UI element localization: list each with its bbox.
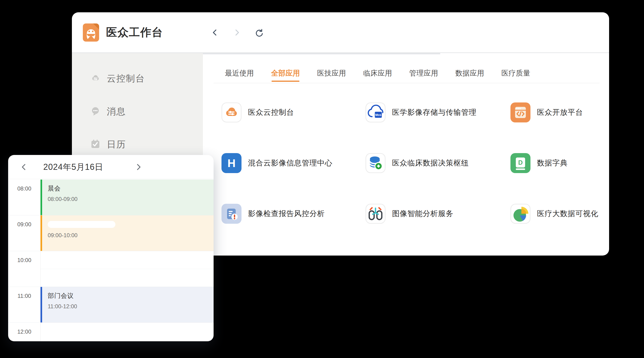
hour-label: 11:00 (8, 293, 40, 299)
tab-4[interactable]: 临床应用 (363, 68, 392, 78)
app-label: 医疗大数据可视化 (537, 204, 598, 224)
h-letter-tile: H (222, 153, 242, 173)
dictionary-book-tile: D (510, 153, 530, 173)
svg-text:D: D (518, 159, 523, 166)
app-item-5[interactable]: 医众临床数据决策枢纽 (366, 153, 510, 204)
app-item-1[interactable]: 医众云控制台 (222, 102, 366, 153)
sidebar-item-3[interactable]: 日历 (90, 137, 126, 152)
tab-7[interactable]: 医疗质量 (502, 68, 530, 78)
tab-6[interactable]: 数据应用 (455, 68, 484, 78)
app-item-2[interactable]: Mos 医学影像存储与传输管理 (366, 102, 510, 153)
tab-2-active[interactable]: 全部应用 (271, 68, 300, 78)
calendar-event-1[interactable]: 晨会08:00-09:00 (40, 179, 214, 215)
app-item-9[interactable]: 医疗大数据可视化 (510, 204, 601, 254)
database-plus-tile (366, 153, 386, 173)
calendar-popup: 2024年5月16日 08:0009:0010:0011:0012:00晨会08… (8, 155, 214, 341)
sidebar-item-label: 云控制台 (107, 72, 145, 85)
event-time: 11:00-12:00 (48, 303, 214, 310)
hour-label: 08:00 (8, 185, 40, 192)
app-item-7[interactable]: 影像检查报告风控分析 (222, 204, 366, 254)
app-logo-icon (83, 23, 99, 42)
app-label: 图像智能分析服务 (392, 204, 454, 224)
event-title: 部门会议 (48, 292, 214, 300)
tab-1[interactable]: 最近使用 (225, 68, 254, 78)
app-item-3[interactable]: 医众开放平台 (510, 102, 601, 153)
chat-bubble-icon (90, 106, 101, 117)
app-label: 医学影像存储与传输管理 (392, 102, 476, 122)
calendar-event-2[interactable]: 09:00-10:00 (40, 215, 214, 251)
app-item-8[interactable]: 图像智能分析服务 (366, 204, 510, 254)
svg-text:Mos: Mos (375, 113, 381, 117)
app-label: 医众临床数据决策枢纽 (392, 153, 469, 173)
calendar-event-3[interactable]: 部门会议11:00-12:00 (40, 287, 214, 323)
hour-label: 09:00 (8, 221, 40, 228)
event-time: 09:00-10:00 (48, 232, 214, 239)
calendar-check-icon (90, 139, 101, 150)
hour-label: 12:00 (8, 329, 40, 335)
event-time: 08:00-09:00 (48, 196, 214, 202)
sidebar-item-label: 日历 (107, 138, 126, 151)
report-risk-tile (222, 204, 242, 224)
app-label: 影像检查报告风控分析 (248, 204, 325, 224)
mos-cloud-tile: Mos (366, 102, 386, 122)
open-platform-tile (510, 102, 530, 122)
window-header: 医众工作台 (72, 12, 609, 52)
tab-3[interactable]: 医技应用 (317, 68, 346, 78)
calendar-date-title: 2024年5月16日 (34, 155, 113, 179)
calendar-next-day-button[interactable] (132, 155, 146, 179)
calendar-day-view: 08:0009:0010:0011:0012:00晨会08:00-09:0009… (8, 179, 214, 341)
tabs-divider (214, 83, 600, 83)
back-button[interactable] (210, 27, 220, 38)
forward-button[interactable] (232, 27, 242, 38)
lungs-analysis-tile (366, 204, 386, 224)
calendar-header: 2024年5月16日 (8, 155, 214, 179)
tab-5[interactable]: 管理应用 (409, 68, 438, 78)
redacted-event-title (48, 221, 116, 228)
sidebar-item-2[interactable]: 消息 (90, 104, 126, 119)
svg-text:H: H (228, 157, 236, 169)
cloud-sliders-icon (90, 73, 101, 84)
hour-label: 10:00 (8, 257, 40, 263)
event-title: 晨会 (48, 184, 214, 192)
app-label: 数据字典 (537, 153, 568, 173)
tab-bar: 最近使用全部应用医技应用临床应用管理应用数据应用医疗质量 (225, 66, 530, 80)
cloud-sliders-tile (222, 102, 242, 122)
sidebar-item-label: 消息 (107, 105, 126, 118)
nav-buttons (210, 12, 264, 52)
app-title: 医众工作台 (106, 25, 163, 40)
screenshot-stage: 医众工作台 云控制台 消息 日历 最近使用全部应用医技应用临床应用管 (0, 0, 644, 358)
app-label: 医众开放平台 (537, 102, 583, 122)
pie-chart-tile (510, 204, 530, 224)
app-label: 混合云影像信息管理中心 (248, 153, 332, 173)
calendar-prev-day-button[interactable] (17, 155, 31, 179)
app-grid: 医众云控制台 Mos 医学影像存储与传输管理 医众开放平台H 混合云影像信息管理… (222, 102, 601, 254)
calendar-events-layer: 晨会08:00-09:0009:00-10:00部门会议11:00-12:00 (40, 179, 214, 341)
app-item-6[interactable]: D 数据字典 (510, 153, 601, 204)
sidebar-item-1[interactable]: 云控制台 (90, 71, 145, 86)
app-label: 医众云控制台 (248, 102, 294, 122)
app-item-4[interactable]: H 混合云影像信息管理中心 (222, 153, 366, 204)
refresh-button[interactable] (253, 27, 264, 38)
